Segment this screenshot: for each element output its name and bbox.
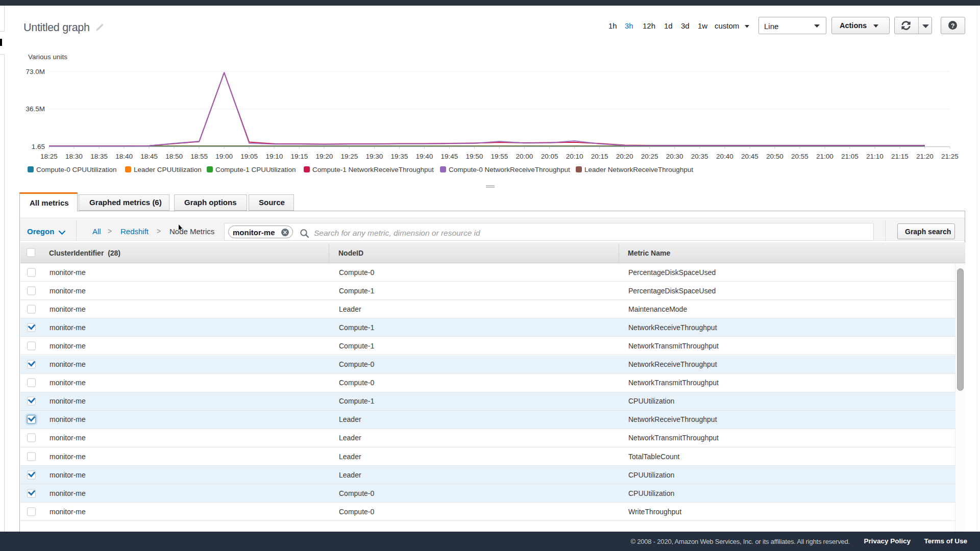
- svg-text:19:25: 19:25: [340, 153, 358, 160]
- svg-text:20:10: 20:10: [566, 153, 583, 160]
- svg-text:18:50: 18:50: [165, 153, 183, 160]
- svg-text:73.0M: 73.0M: [26, 68, 45, 76]
- svg-text:18:30: 18:30: [65, 153, 83, 160]
- svg-text:19:35: 19:35: [391, 153, 408, 160]
- svg-text:19:50: 19:50: [466, 153, 483, 160]
- svg-text:18:55: 18:55: [190, 153, 208, 160]
- svg-text:20:25: 20:25: [641, 153, 658, 160]
- svg-text:20:05: 20:05: [541, 153, 558, 160]
- svg-text:19:10: 19:10: [265, 153, 283, 160]
- svg-text:18:40: 18:40: [115, 153, 133, 160]
- svg-text:20:20: 20:20: [616, 153, 633, 160]
- svg-text:18:25: 18:25: [40, 153, 58, 160]
- svg-text:20:35: 20:35: [691, 153, 708, 160]
- svg-text:20:55: 20:55: [791, 153, 808, 160]
- svg-text:20:40: 20:40: [716, 153, 733, 160]
- svg-text:21:15: 21:15: [891, 153, 909, 160]
- svg-text:20:45: 20:45: [741, 153, 758, 160]
- svg-text:18:45: 18:45: [140, 153, 158, 160]
- svg-text:19:40: 19:40: [416, 153, 433, 160]
- svg-text:19:20: 19:20: [315, 153, 333, 160]
- svg-text:19:30: 19:30: [366, 153, 383, 160]
- svg-text:20:00: 20:00: [516, 153, 533, 160]
- svg-text:18:35: 18:35: [90, 153, 108, 160]
- svg-text:21:10: 21:10: [866, 153, 884, 160]
- svg-text:19:00: 19:00: [215, 153, 233, 160]
- svg-text:19:05: 19:05: [240, 153, 258, 160]
- svg-text:19:15: 19:15: [290, 153, 308, 160]
- svg-text:20:50: 20:50: [766, 153, 783, 160]
- svg-text:19:55: 19:55: [491, 153, 508, 160]
- svg-text:21:05: 21:05: [841, 153, 859, 160]
- svg-text:21:25: 21:25: [941, 153, 959, 160]
- svg-text:21:00: 21:00: [816, 153, 834, 160]
- svg-text:20:15: 20:15: [591, 153, 608, 160]
- svg-text:19:45: 19:45: [441, 153, 458, 160]
- svg-text:20:30: 20:30: [666, 153, 683, 160]
- svg-text:21:20: 21:20: [916, 153, 934, 160]
- svg-text:36.5M: 36.5M: [26, 105, 45, 113]
- svg-text:1.65: 1.65: [32, 143, 45, 151]
